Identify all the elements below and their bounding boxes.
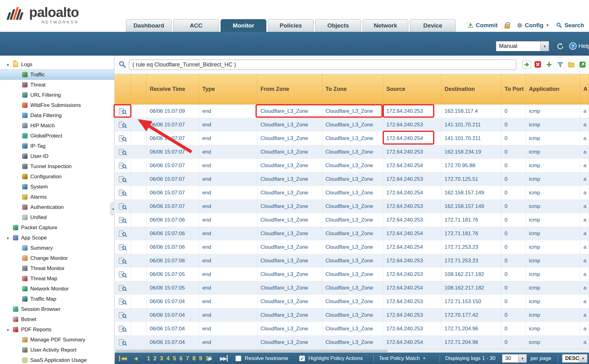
config-menu-button[interactable]: Config ▼ bbox=[517, 22, 549, 29]
help-button[interactable]: Help bbox=[569, 42, 589, 50]
column-header-type[interactable]: Type bbox=[199, 74, 257, 104]
log-detail-button[interactable] bbox=[115, 227, 131, 240]
table-row[interactable]: 06/06 15:07:04 end Cloudflare_L3_Zone Cl… bbox=[115, 295, 589, 308]
sidebar-item-hip-match[interactable]: HIP Match bbox=[0, 121, 114, 131]
log-detail-button[interactable] bbox=[115, 308, 131, 322]
sidebar-item-network-monitor[interactable]: Network Monitor bbox=[0, 284, 114, 294]
chevron-down-icon[interactable] bbox=[579, 354, 587, 362]
sidebar-item-system[interactable]: System bbox=[0, 182, 114, 192]
table-row[interactable]: 06/06 15:07:06 end Cloudflare_L3_Zone Cl… bbox=[115, 227, 589, 240]
log-detail-button[interactable] bbox=[115, 322, 131, 335]
next-page-button[interactable] bbox=[208, 355, 212, 362]
sidebar-item-change-monitor[interactable]: Change Monitor bbox=[0, 253, 114, 263]
table-row[interactable]: 06/06 15:07:04 end Cloudflare_L3_Zone Cl… bbox=[115, 322, 589, 336]
log-detail-button[interactable] bbox=[115, 336, 131, 349]
scrollbar-thumb[interactable] bbox=[115, 350, 388, 352]
sidebar-item-pdf-reports[interactable]: PDF Reports bbox=[0, 324, 114, 335]
log-detail-button[interactable] bbox=[115, 159, 131, 172]
log-detail-button[interactable] bbox=[115, 254, 131, 267]
table-row[interactable]: 06/06 15:07:09 end Cloudflare_L3_Zone Cl… bbox=[115, 104, 589, 118]
table-row[interactable]: 06/06 15:07:06 end Cloudflare_L3_Zone Cl… bbox=[115, 240, 589, 254]
commit-button[interactable]: Commit bbox=[467, 22, 498, 29]
export-logs-button[interactable] bbox=[578, 60, 587, 69]
log-detail-button[interactable] bbox=[115, 172, 131, 186]
table-row[interactable]: 06/06 15:07:07 end Cloudflare_L3_Zone Cl… bbox=[115, 186, 589, 200]
refresh-interval-select[interactable]: Manual bbox=[496, 41, 549, 51]
table-row[interactable]: 06/06 15:07:07 end Cloudflare_L3_Zone Cl… bbox=[115, 118, 589, 132]
clear-filter-button[interactable] bbox=[534, 60, 542, 69]
column-header-action[interactable]: A bbox=[580, 74, 589, 104]
chevron-down-icon[interactable] bbox=[518, 354, 527, 362]
per-page-select[interactable]: 30 bbox=[502, 354, 527, 362]
table-row[interactable]: 06/06 15:07:04 end Cloudflare_L3_Zone Cl… bbox=[115, 336, 589, 349]
sidebar-item-botnet[interactable]: Botnet bbox=[0, 314, 114, 324]
sidebar-item-manage-pdf-summary[interactable]: Manage PDF Summary bbox=[0, 335, 114, 345]
add-filter-button[interactable] bbox=[545, 60, 553, 69]
sidebar-item-unified[interactable]: Unified bbox=[0, 212, 114, 222]
table-row[interactable]: 06/06 15:07:07 end Cloudflare_L3_Zone Cl… bbox=[115, 132, 589, 145]
log-detail-button[interactable] bbox=[115, 104, 131, 118]
chevron-down-icon[interactable] bbox=[540, 41, 549, 51]
expander-icon[interactable] bbox=[6, 61, 13, 68]
page-number[interactable]: 4 bbox=[166, 355, 170, 362]
resolve-hostname-checkbox[interactable] bbox=[235, 355, 241, 361]
tab-dashboard[interactable]: Dashboard bbox=[126, 19, 172, 32]
column-header-source[interactable]: Source bbox=[383, 74, 441, 104]
expander-icon[interactable] bbox=[6, 327, 13, 333]
sidebar-item-data-filtering[interactable]: Data Filtering bbox=[0, 110, 114, 121]
load-filter-button[interactable] bbox=[567, 60, 575, 69]
sidebar-item-logs[interactable]: Logs bbox=[0, 59, 114, 70]
table-row[interactable]: 06/06 15:07:06 end Cloudflare_L3_Zone Cl… bbox=[115, 254, 589, 268]
column-header-receive-time[interactable]: Receive Time bbox=[147, 74, 199, 104]
first-page-button[interactable] bbox=[119, 356, 126, 361]
sidebar-item-packet-capture[interactable]: Packet Capture bbox=[0, 222, 114, 233]
refresh-button[interactable] bbox=[556, 42, 565, 51]
page-number[interactable]: 5 bbox=[173, 355, 176, 362]
tab-device[interactable]: Device bbox=[410, 19, 456, 32]
table-row[interactable]: 06/06 15:07:04 end Cloudflare_L3_Zone Cl… bbox=[115, 308, 589, 322]
sidebar-item-globalprotect[interactable]: GlobalProtect bbox=[0, 131, 114, 141]
page-number[interactable]: 6 bbox=[179, 355, 183, 362]
page-number[interactable]: 7 bbox=[186, 355, 189, 362]
sidebar-item-threat-monitor[interactable]: Threat Monitor bbox=[0, 263, 114, 273]
log-detail-button[interactable] bbox=[115, 240, 131, 254]
log-detail-button[interactable] bbox=[115, 145, 131, 159]
table-row[interactable]: 06/06 15:07:07 end Cloudflare_L3_Zone Cl… bbox=[115, 200, 589, 213]
tab-network[interactable]: Network bbox=[363, 19, 408, 32]
sidebar-item-session-browser[interactable]: Session Browser bbox=[0, 304, 114, 314]
search-button[interactable]: Search bbox=[556, 22, 584, 29]
lock-button[interactable] bbox=[505, 22, 510, 28]
horizontal-scrollbar[interactable] bbox=[115, 349, 589, 353]
sidebar-item-configuration[interactable]: Configuration bbox=[0, 171, 114, 182]
sidebar-item-user-activity-report[interactable]: User Activity Report bbox=[0, 345, 114, 355]
table-row[interactable]: 06/06 15:07:05 end Cloudflare_L3_Zone Cl… bbox=[115, 281, 589, 295]
highlight-policy-actions-checkbox[interactable] bbox=[299, 355, 305, 361]
sidebar-item-wildfire-submissions[interactable]: WildFire Submissions bbox=[0, 100, 114, 110]
sidebar-item-user-id[interactable]: User-ID bbox=[0, 151, 114, 161]
sidebar-item-url-filtering[interactable]: URL Filtering bbox=[0, 90, 114, 100]
sidebar-item-saas-application-usage[interactable]: SaaS Application Usage bbox=[0, 355, 114, 364]
sort-order-select[interactable]: DESC bbox=[562, 354, 587, 362]
page-number[interactable]: 3 bbox=[160, 355, 163, 362]
table-row[interactable]: 06/06 15:07:07 end Cloudflare_L3_Zone Cl… bbox=[115, 145, 589, 159]
table-row[interactable]: 06/06 15:07:07 end Cloudflare_L3_Zone Cl… bbox=[115, 172, 589, 186]
sidebar-item-traffic-map[interactable]: Traffic Map bbox=[0, 294, 114, 304]
page-number[interactable]: 2 bbox=[153, 355, 157, 362]
log-detail-button[interactable] bbox=[115, 213, 131, 226]
page-number[interactable]: 8 bbox=[192, 355, 196, 362]
tab-objects[interactable]: Objects bbox=[315, 19, 361, 32]
apply-filter-button[interactable] bbox=[522, 60, 531, 69]
tab-policies[interactable]: Policies bbox=[268, 19, 314, 32]
expander-icon[interactable] bbox=[6, 235, 13, 241]
sidebar-item-app-scope[interactable]: App Scope bbox=[0, 233, 114, 243]
sidebar-item-alarms[interactable]: Alarms bbox=[0, 192, 114, 202]
log-detail-button[interactable] bbox=[115, 281, 131, 294]
tab-acc[interactable]: ACC bbox=[173, 19, 219, 32]
column-header-application[interactable]: Application bbox=[526, 74, 580, 104]
sidebar-item-authentication[interactable]: Authentication bbox=[0, 202, 114, 212]
log-detail-button[interactable] bbox=[115, 132, 131, 145]
log-detail-button[interactable] bbox=[115, 268, 131, 281]
previous-page-button[interactable] bbox=[134, 356, 137, 361]
column-header-from-zone[interactable]: From Zone bbox=[257, 74, 322, 104]
column-header-to-zone[interactable]: To Zone bbox=[322, 74, 383, 104]
